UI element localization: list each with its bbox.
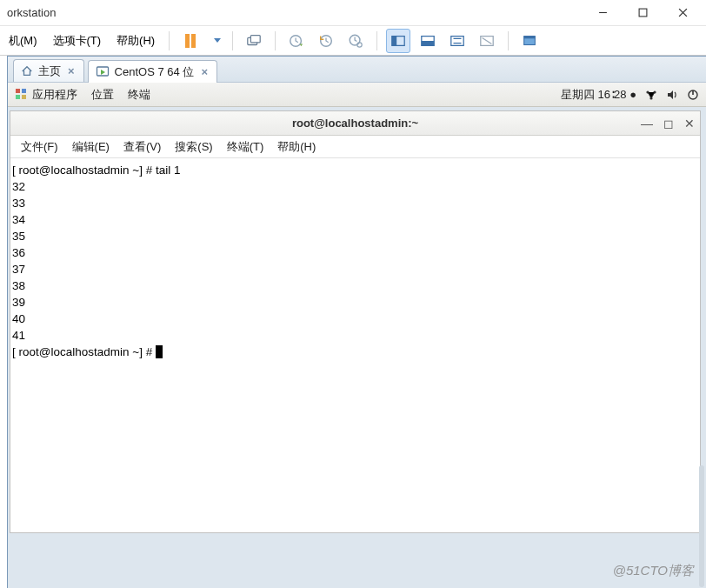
svg-rect-23 [22,95,26,99]
minimize-icon [598,8,608,17]
clock-gear-icon [348,33,363,49]
terminal-line: [ root@localhostadmin ~] # [12,345,156,358]
terminal-menu-help[interactable]: 帮助(H) [274,137,319,157]
terminal-maximize-button[interactable]: ◻ [663,117,674,130]
separator [169,31,170,50]
maximize-button[interactable] [623,0,663,26]
vm-tab-bar: 主页 × CentOS 7 64 位 × [8,57,706,83]
tab-centos-close[interactable]: × [199,65,210,78]
terminal-line: 32 [12,180,25,193]
app-titlebar: orkstation [0,0,706,26]
svg-rect-18 [524,36,536,38]
terminal-line: 34 [12,213,25,226]
terminal-title: root@localhostadmin:~ [292,117,418,130]
clock-back-icon [318,33,334,49]
minimize-button[interactable] [583,0,623,26]
tab-centos-label: CentOS 7 64 位 [115,64,195,80]
vm-workspace: 主页 × CentOS 7 64 位 × 应用程序 位置 终端 星期四 16∶2… [7,56,706,588]
tab-home-label: 主页 [38,63,61,79]
svg-rect-20 [16,89,20,93]
view-span-icon [479,33,495,49]
svg-rect-11 [392,36,396,45]
send-keys-icon [246,33,262,49]
terminal-window-controls: — ◻ ✕ [641,111,695,136]
svg-rect-5 [251,35,261,42]
terminal-body[interactable]: [ root@localhostadmin ~] # tail 1 32 33 … [10,158,700,532]
maximize-icon [638,8,648,17]
menu-machine[interactable]: 机(M) [3,31,43,50]
tab-home-close[interactable]: × [66,64,77,77]
guest-panel-left: 应用程序 位置 终端 [15,87,150,103]
network-icon[interactable] [645,89,657,101]
terminal-line: 40 [12,312,25,325]
pause-button[interactable] [178,29,203,53]
terminal-close-button[interactable]: ✕ [684,117,695,130]
view-mode-fit-button[interactable] [445,29,470,53]
separator [275,31,276,50]
view-mode-span-button[interactable] [475,29,499,53]
main-toolbar: 机(M) 选项卡(T) 帮助(H) [0,26,706,56]
terminal-menu-search[interactable]: 搜索(S) [171,137,216,157]
terminal-cursor [156,345,163,358]
terminal-menu-terminal[interactable]: 终端(T) [223,137,268,157]
separator [232,31,233,50]
tab-home[interactable]: 主页 × [13,59,84,82]
send-ctrl-alt-del-button[interactable] [242,29,266,53]
terminal-window: root@localhostadmin:~ — ◻ ✕ 文件(F) 编辑(E) … [10,110,701,533]
power-icon[interactable] [687,89,699,101]
guest-panel-right: 星期四 16∶28 ● [561,87,699,103]
guest-clock[interactable]: 星期四 16∶28 ● [561,87,636,103]
svg-rect-13 [422,41,434,45]
snapshot-take-button[interactable] [284,29,309,53]
chevron-down-icon [214,38,221,43]
snapshot-revert-button[interactable] [314,29,338,53]
pause-icon [185,34,196,48]
svg-rect-1 [639,9,647,17]
clock-play-icon [289,33,304,49]
power-dropdown[interactable] [208,29,223,53]
terminal-line: [ root@localhostadmin ~] # tail 1 [12,164,180,177]
terminal-line: 39 [12,296,25,309]
terminal-titlebar[interactable]: root@localhostadmin:~ — ◻ ✕ [10,111,700,136]
snapshot-manage-button[interactable] [343,29,368,53]
close-button[interactable] [663,0,703,26]
view-mode-single-button[interactable] [416,29,440,53]
guest-apps-menu[interactable]: 应用程序 [32,87,77,103]
terminal-line: 35 [12,230,25,243]
terminal-menu-edit[interactable]: 编辑(E) [69,137,113,157]
terminal-line: 38 [12,279,25,292]
volume-icon[interactable] [666,89,678,101]
watermark: @51CTO博客 [613,563,694,579]
menu-tabs[interactable]: 选项卡(T) [48,31,107,50]
svg-rect-21 [22,89,26,93]
view-single-icon [420,33,436,49]
window-controls [583,0,703,26]
tab-centos[interactable]: CentOS 7 64 位 × [88,60,217,83]
terminal-minimize-button[interactable]: — [641,117,653,130]
view-fullscreen-icon [522,33,537,49]
terminal-menu-file[interactable]: 文件(F) [17,137,62,157]
guest-top-panel: 应用程序 位置 终端 星期四 16∶28 ● [8,83,706,107]
home-icon [21,65,33,77]
terminal-line: 37 [12,263,25,276]
svg-rect-22 [16,95,20,99]
guest-terminal-indicator[interactable]: 终端 [128,87,150,103]
scrollbar[interactable] [699,465,704,587]
guest-places-menu[interactable]: 位置 [91,87,114,103]
separator [508,31,509,50]
terminal-line: 33 [12,197,25,210]
svg-line-16 [483,37,492,43]
close-icon [678,8,688,17]
terminal-menu-view[interactable]: 查看(V) [120,137,164,157]
menu-help[interactable]: 帮助(H) [111,31,160,50]
terminal-line: 41 [12,329,25,342]
app-title: orkstation [3,6,56,19]
terminal-menubar: 文件(F) 编辑(E) 查看(V) 搜索(S) 终端(T) 帮助(H) [10,136,700,158]
view-mode-split-button[interactable] [386,29,410,53]
view-fit-icon [450,33,465,49]
app-launcher-icon [15,88,29,102]
view-fullscreen-button[interactable] [517,29,542,53]
svg-rect-14 [451,36,463,45]
view-split-icon [390,33,406,49]
separator [376,31,377,50]
